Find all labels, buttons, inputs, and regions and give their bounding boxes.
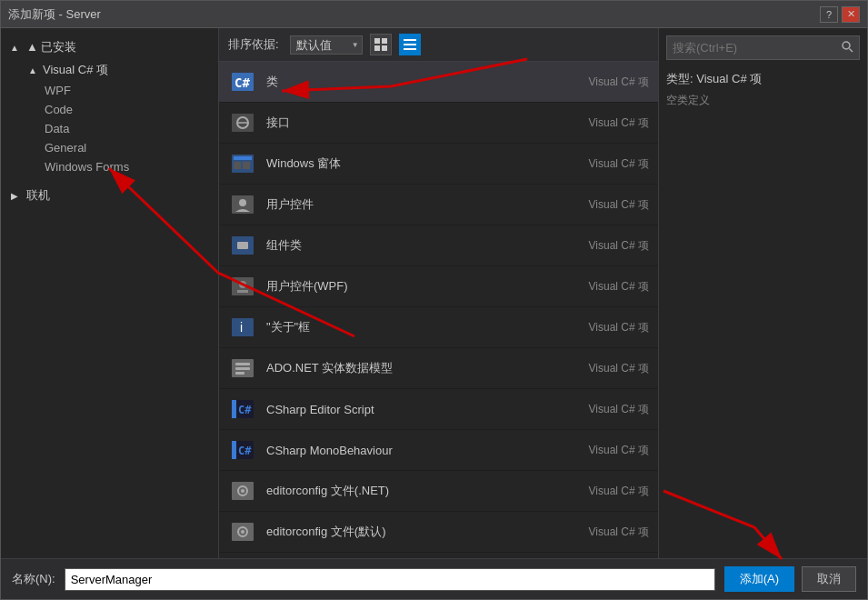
svg-rect-6 <box>404 48 416 50</box>
item-name-component-class: 组件类 <box>266 237 558 254</box>
list-item-class[interactable]: C#类Visual C# 项 <box>219 62 658 103</box>
svg-rect-5 <box>404 44 416 45</box>
svg-point-21 <box>239 281 246 288</box>
svg-rect-28 <box>235 372 244 375</box>
svg-rect-30 <box>232 400 236 418</box>
item-category-editorconfig-default: Visual C# 项 <box>558 525 649 540</box>
item-name-editorconfig-default: editorconfig 文件(默认) <box>266 524 558 540</box>
svg-rect-1 <box>382 38 387 44</box>
sidebar-item-code[interactable]: Code <box>37 100 218 119</box>
item-category-ado-entity: Visual C# 项 <box>558 361 649 376</box>
list-item-interface[interactable]: 接口Visual C# 项 <box>219 103 658 144</box>
svg-text:C#: C# <box>238 404 252 416</box>
svg-rect-27 <box>235 367 250 370</box>
item-category-interface: Visual C# 项 <box>558 115 649 131</box>
item-icon-interface <box>228 108 257 137</box>
item-name-windows-form: Windows 窗体 <box>266 155 558 172</box>
sort-dropdown-wrapper[interactable]: 默认值 名称 类型 <box>290 35 363 55</box>
grid-view-button[interactable] <box>370 34 392 55</box>
list-view-button[interactable] <box>399 34 421 55</box>
sidebar-item-general[interactable]: General <box>37 138 218 157</box>
visual-cs-section[interactable]: ▲ Visual C# 项 <box>19 59 218 81</box>
svg-line-46 <box>850 49 853 53</box>
svg-rect-15 <box>243 162 250 169</box>
svg-rect-22 <box>237 290 248 293</box>
bottom-bar: 名称(N): 添加(A) 取消 <box>1 558 867 599</box>
search-input[interactable] <box>667 37 835 58</box>
sort-label: 排序依据: <box>228 36 279 53</box>
close-button[interactable]: ✕ <box>842 6 860 23</box>
svg-point-45 <box>843 42 850 49</box>
item-name-class: 类 <box>266 74 558 90</box>
installed-section[interactable]: ▲ ▲ 已安装 <box>1 35 218 59</box>
installed-arrow: ▲ <box>8 41 21 54</box>
machine-section[interactable]: ▶ 联机 <box>1 184 218 207</box>
list-item-user-control-wpf[interactable]: 用户控件(WPF)Visual C# 项 <box>219 266 658 307</box>
svg-text:C#: C# <box>238 445 252 457</box>
list-item-editorconfig-net[interactable]: editorconfig 文件(.NET)Visual C# 项 <box>219 471 658 512</box>
visual-cs-arrow: ▲ <box>26 64 39 76</box>
item-category-editorconfig-net: Visual C# 项 <box>558 484 649 499</box>
list-item-csharp-editor[interactable]: C#CSharp Editor ScriptVisual C# 项 <box>219 389 658 430</box>
machine-label: 联机 <box>26 187 50 204</box>
svg-rect-33 <box>232 441 236 459</box>
sidebar-item-wpf[interactable]: WPF <box>37 81 218 100</box>
content-area: 排序依据: 默认值 名称 类型 <box>219 28 658 558</box>
item-category-about-box: Visual C# 项 <box>558 320 649 335</box>
sidebar-item-windows-forms[interactable]: Windows Forms <box>37 157 218 176</box>
search-box <box>666 35 860 60</box>
item-category-csharp-editor: Visual C# 项 <box>558 402 649 417</box>
item-category-user-control: Visual C# 项 <box>558 197 649 213</box>
sort-dropdown[interactable]: 默认值 名称 类型 <box>290 35 363 55</box>
title-bar-text: 添加新项 - Server <box>8 6 101 23</box>
help-button[interactable]: ? <box>820 6 838 23</box>
list-item-windows-form[interactable]: Windows 窗体Visual C# 项 <box>219 144 658 185</box>
svg-rect-19 <box>237 242 248 249</box>
search-icon[interactable] <box>835 36 859 59</box>
item-name-user-control: 用户控件 <box>266 196 558 213</box>
item-name-csharp-mono: CSharp MonoBehaviour <box>266 444 558 457</box>
item-category-component-class: Visual C# 项 <box>558 238 649 254</box>
item-name-about-box: "关于"框 <box>266 319 558 335</box>
list-item-component-class[interactable]: 组件类Visual C# 项 <box>219 225 658 266</box>
list-item-ado-entity[interactable]: ADO.NET 实体数据模型Visual C# 项 <box>219 348 658 389</box>
title-bar: 添加新项 - Server ? ✕ <box>1 1 867 28</box>
name-input[interactable] <box>65 568 715 591</box>
svg-rect-2 <box>374 45 380 51</box>
machine-arrow: ▶ <box>8 189 21 202</box>
item-category-class: Visual C# 项 <box>558 75 649 90</box>
item-name-csharp-editor: CSharp Editor Script <box>266 403 558 416</box>
item-name-interface: 接口 <box>266 115 558 131</box>
title-bar-controls: ? ✕ <box>820 6 860 23</box>
item-name-editorconfig-net: editorconfig 文件(.NET) <box>266 483 558 499</box>
svg-rect-4 <box>404 39 416 41</box>
item-icon-editorconfig-net <box>228 476 257 505</box>
sidebar-item-data[interactable]: Data <box>37 119 218 138</box>
svg-rect-13 <box>234 156 252 160</box>
type-label: 类型: Visual C# 项 <box>666 71 860 87</box>
item-icon-ado-entity <box>228 354 257 383</box>
item-icon-csharp-mono: C# <box>228 435 257 465</box>
cancel-button[interactable]: 取消 <box>802 566 856 592</box>
item-category-csharp-mono: Visual C# 项 <box>558 443 649 458</box>
list-item-user-control[interactable]: 用户控件Visual C# 项 <box>219 185 658 225</box>
items-list[interactable]: C#类Visual C# 项接口Visual C# 项Windows 窗体Vis… <box>219 62 658 558</box>
visual-cs-group: WPF Code Data General Windows Forms <box>19 81 218 176</box>
item-icon-user-control <box>228 190 257 219</box>
svg-text:i: i <box>240 320 243 335</box>
add-button[interactable]: 添加(A) <box>724 566 794 592</box>
svg-point-37 <box>241 489 244 493</box>
item-icon-class: C# <box>228 67 257 96</box>
item-icon-component-class <box>228 231 257 260</box>
list-item-editorconfig-default[interactable]: editorconfig 文件(默认)Visual C# 项 <box>219 512 658 553</box>
desc-label: 空类定义 <box>666 93 860 108</box>
item-category-user-control-wpf: Visual C# 项 <box>558 279 649 295</box>
installed-group: ▲ Visual C# 项 WPF Code Data General Wind… <box>1 59 218 176</box>
dialog: 添加新项 - Server ? ✕ ▲ ▲ 已安装 ▲ Visual C# 项 <box>0 0 868 600</box>
toolbar: 排序依据: 默认值 名称 类型 <box>219 28 658 62</box>
list-item-about-box[interactable]: i"关于"框Visual C# 项 <box>219 307 658 348</box>
list-item-csharp-mono[interactable]: C#CSharp MonoBehaviourVisual C# 项 <box>219 430 658 471</box>
item-icon-csharp-editor: C# <box>228 395 257 424</box>
item-icon-about-box: i <box>228 313 257 342</box>
visual-cs-label: Visual C# 项 <box>43 62 108 78</box>
